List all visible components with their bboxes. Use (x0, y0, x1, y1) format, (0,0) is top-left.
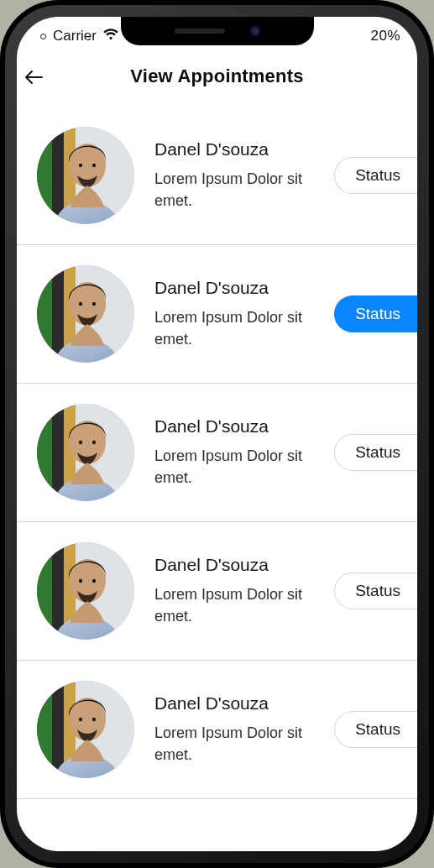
svg-point-38 (79, 718, 82, 721)
speaker-grille (175, 29, 225, 34)
appointment-info: Danel D'souzaLorem Ipsum Dolor sit emet. (154, 278, 314, 350)
appointment-desc: Lorem Ipsum Dolor sit emet. (154, 722, 314, 766)
svg-point-7 (92, 164, 96, 167)
appointment-info: Danel D'souzaLorem Ipsum Dolor sit emet. (154, 693, 314, 766)
svg-point-14 (79, 302, 82, 306)
appointment-row[interactable]: Danel D'souzaLorem Ipsum Dolor sit emet.… (17, 661, 417, 799)
phone-frame: Carrier 20% View Appointments (0, 0, 434, 868)
svg-point-15 (92, 302, 96, 306)
page-title: View Appointments (17, 65, 417, 87)
carrier-label: Carrier (53, 28, 97, 44)
avatar (37, 542, 134, 640)
wifi-icon (103, 28, 118, 44)
svg-rect-10 (52, 265, 64, 363)
status-button[interactable]: Status (334, 157, 417, 194)
status-button[interactable]: Status (334, 711, 417, 748)
appointment-row[interactable]: Danel D'souzaLorem Ipsum Dolor sit emet.… (17, 245, 417, 384)
screen: Carrier 20% View Appointments (17, 17, 417, 851)
svg-point-39 (92, 718, 96, 721)
appointment-info: Danel D'souzaLorem Ipsum Dolor sit emet. (154, 416, 314, 489)
battery-label: 20% (370, 28, 400, 44)
appointment-name: Danel D'souza (154, 416, 314, 437)
front-camera (250, 26, 260, 36)
svg-point-23 (92, 441, 96, 444)
appointment-desc: Lorem Ipsum Dolor sit emet. (154, 583, 314, 627)
appointment-info: Danel D'souzaLorem Ipsum Dolor sit emet. (154, 555, 314, 627)
arrow-left-icon (24, 70, 43, 85)
appointment-desc: Lorem Ipsum Dolor sit emet. (154, 306, 314, 350)
appointment-row[interactable]: Danel D'souzaLorem Ipsum Dolor sit emet.… (17, 384, 417, 522)
svg-point-6 (79, 164, 82, 167)
svg-rect-2 (52, 127, 64, 224)
appointment-name: Danel D'souza (154, 693, 314, 714)
svg-rect-1 (37, 127, 52, 224)
status-left: Carrier (40, 28, 118, 44)
appointments-list[interactable]: Danel D'souzaLorem Ipsum Dolor sit emet.… (17, 106, 417, 799)
avatar (37, 404, 134, 501)
svg-rect-18 (52, 404, 64, 501)
status-button[interactable]: Status (334, 434, 417, 471)
notch (121, 17, 314, 45)
avatar (37, 127, 134, 224)
header: View Appointments (17, 50, 417, 106)
appointment-desc: Lorem Ipsum Dolor sit emet. (154, 445, 314, 489)
svg-point-30 (79, 579, 82, 583)
appointment-row[interactable]: Danel D'souzaLorem Ipsum Dolor sit emet.… (17, 522, 417, 661)
appointment-desc: Lorem Ipsum Dolor sit emet. (154, 168, 314, 212)
back-button[interactable] (22, 67, 45, 87)
svg-point-22 (79, 441, 82, 444)
status-button[interactable]: Status (334, 295, 417, 332)
appointment-info: Danel D'souzaLorem Ipsum Dolor sit emet. (154, 139, 314, 212)
appointment-name: Danel D'souza (154, 278, 314, 298)
status-button[interactable]: Status (334, 573, 417, 609)
signal-icon (40, 34, 46, 39)
svg-rect-26 (52, 542, 64, 640)
svg-point-31 (92, 579, 96, 583)
appointment-name: Danel D'souza (154, 555, 314, 575)
appointment-row[interactable]: Danel D'souzaLorem Ipsum Dolor sit emet.… (17, 106, 417, 245)
svg-rect-9 (37, 265, 52, 363)
avatar (37, 265, 134, 363)
svg-rect-25 (37, 542, 52, 640)
avatar (37, 681, 134, 778)
appointment-name: Danel D'souza (154, 139, 314, 159)
svg-rect-34 (52, 681, 64, 778)
svg-rect-33 (37, 681, 52, 778)
svg-rect-17 (37, 404, 52, 501)
